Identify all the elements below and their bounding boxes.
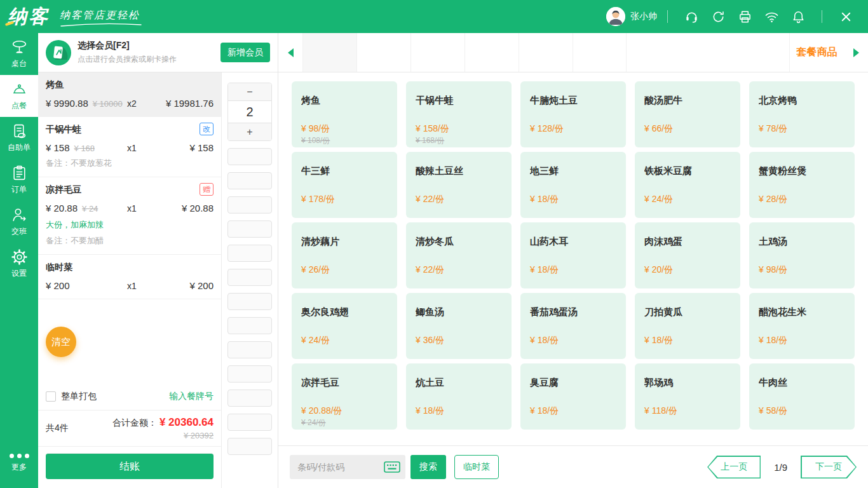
menu-item-card[interactable]: 酸辣土豆丝 ¥ 22/份 <box>406 152 512 218</box>
menu-item-name: 酸汤肥牛 <box>644 95 734 107</box>
avatar[interactable] <box>606 7 625 26</box>
menu-item-card[interactable]: 烤鱼 ¥ 98/份 ¥ 108/份 <box>292 81 397 147</box>
search-button[interactable]: 搜索 <box>410 455 446 479</box>
menu-item-price: ¥ 58/份 <box>759 405 787 417</box>
menu-item-price: ¥ 24/份 <box>301 335 330 346</box>
order-item[interactable]: 凉拌毛豆 赠 ¥ 20.88 ¥ 24 x1 ¥ 20.88 大份，加麻加辣 备… <box>38 177 221 255</box>
prev-page-button[interactable]: 上一页 <box>707 456 761 478</box>
tab-凉菜[interactable] <box>573 33 627 72</box>
tabs-scroll-right-button[interactable] <box>844 33 868 72</box>
keyboard-icon[interactable] <box>384 461 400 473</box>
menu-item-card[interactable]: 地三鲜 ¥ 18/份 <box>520 152 626 218</box>
action-button[interactable] <box>227 245 272 262</box>
next-page-button[interactable]: 下一页 <box>801 456 857 478</box>
menu-item-price: ¥ 18/份 <box>644 335 673 346</box>
action-button[interactable] <box>227 317 272 334</box>
sidebar-item-table[interactable]: 桌台 <box>0 33 38 75</box>
menu-item-card[interactable]: 鲫鱼汤 ¥ 36/份 <box>406 293 512 359</box>
add-member-button[interactable]: 新增会员 <box>220 43 270 62</box>
user-area: 张小帅 <box>606 4 859 29</box>
menu-item-card[interactable]: 干锅牛蛙 ¥ 158/份 ¥ 168/份 <box>406 81 512 147</box>
menu-item-card[interactable]: 番茄鸡蛋汤 ¥ 18/份 <box>520 293 626 359</box>
printer-icon[interactable] <box>731 4 758 29</box>
member-header: 选择会员[F2] 点击进行会员搜索或刷卡操作 新增会员 <box>38 33 278 72</box>
wifi-icon[interactable] <box>758 4 785 29</box>
member-subtitle: 点击进行会员搜索或刷卡操作 <box>78 54 177 65</box>
menu-item-name: 醋泡花生米 <box>759 306 848 318</box>
tab-汤类[interactable] <box>519 33 573 72</box>
tabs-scroll-left-button[interactable] <box>278 33 302 72</box>
action-button[interactable] <box>227 269 272 286</box>
menu-item-card[interactable]: 牛腩炖土豆 ¥ 128/份 <box>520 81 626 147</box>
order-item[interactable]: 烤鱼 ¥ 9990.88 ¥ 10000 x2 ¥ 19981.76 <box>38 72 221 117</box>
topbar-divider <box>822 10 822 23</box>
bell-icon[interactable] <box>785 4 811 29</box>
topbar-divider <box>667 10 668 23</box>
sidebar-item-shift[interactable]: 交班 <box>0 201 38 243</box>
pack-checkbox[interactable] <box>46 391 56 402</box>
menu-item-card[interactable]: 牛肉丝 ¥ 58/份 <box>749 363 855 430</box>
action-button[interactable] <box>227 196 272 214</box>
action-button[interactable] <box>227 414 272 431</box>
menu-item-card[interactable]: 肉沫鸡蛋 ¥ 20/份 <box>635 222 740 288</box>
action-button[interactable] <box>227 148 272 165</box>
sidebar-item-gear[interactable]: 设置 <box>0 243 38 285</box>
tab-combo-products[interactable]: 套餐商品 <box>789 33 844 72</box>
menu-item-name: 刀拍黄瓜 <box>644 306 734 318</box>
sidebar-item-more[interactable]: 更多 <box>0 445 38 482</box>
member-select[interactable]: 选择会员[F2] 点击进行会员搜索或刷卡操作 <box>78 40 177 65</box>
quantity-stepper: − 2 + <box>227 83 272 141</box>
barcode-input[interactable] <box>297 462 384 472</box>
menu-item-card[interactable]: 蟹黄粉丝煲 ¥ 28/份 <box>749 152 855 218</box>
checkout-button[interactable]: 结账 <box>46 453 214 479</box>
menu-item-card[interactable]: 铁板米豆腐 ¥ 24/份 <box>635 152 740 218</box>
menu-item-card[interactable]: 土鸡汤 ¥ 98/份 <box>749 222 855 288</box>
action-button[interactable] <box>227 390 272 407</box>
clear-order-button[interactable]: 清空 <box>46 327 76 357</box>
menu-item-card[interactable]: 清炒冬瓜 ¥ 22/份 <box>406 222 512 288</box>
sidebar-item-orderlist[interactable]: 订单 <box>0 159 38 201</box>
action-button[interactable] <box>227 365 272 383</box>
sync-icon[interactable] <box>705 4 731 29</box>
action-button[interactable] <box>227 293 272 310</box>
tab-全部[interactable] <box>302 33 356 72</box>
menu-item-card[interactable]: 郭场鸡 ¥ 118/份 <box>635 363 740 430</box>
sidebar-item-cloche[interactable]: 点餐 <box>0 75 38 117</box>
chevron-left-icon <box>288 48 294 57</box>
close-icon[interactable] <box>832 4 859 29</box>
action-button[interactable] <box>227 438 272 455</box>
menu-item-card[interactable]: 酸汤肥牛 ¥ 66/份 <box>635 81 740 147</box>
table-number-link[interactable]: 输入餐牌号 <box>169 391 214 402</box>
order-item[interactable]: 干锅牛蛙 改 ¥ 158 ¥ 168 x1 ¥ 158 备注：不要放葱花 <box>38 117 221 177</box>
total-value: ¥ 20360.64 <box>159 416 214 428</box>
menu-item-card[interactable]: 奥尔良鸡翅 ¥ 24/份 <box>292 293 397 359</box>
tab-火锅[interactable] <box>356 33 410 72</box>
menu-item-name: 蟹黄粉丝煲 <box>759 165 848 177</box>
action-button[interactable] <box>227 341 272 358</box>
tab-素菜[interactable] <box>465 33 519 72</box>
menu-item-card[interactable]: 牛三鲜 ¥ 178/份 <box>292 152 397 218</box>
menu-item-card[interactable]: 凉拌毛豆 ¥ 20.88/份 ¥ 24/份 <box>292 363 397 430</box>
action-button[interactable] <box>227 220 272 238</box>
minus-button[interactable]: − <box>228 83 271 100</box>
total-label: 合计金额： <box>112 417 157 428</box>
plus-button[interactable]: + <box>228 123 271 140</box>
menu-item-card[interactable]: 炕土豆 ¥ 18/份 <box>406 363 512 430</box>
menu-item-card[interactable]: 北京烤鸭 ¥ 78/份 <box>749 81 855 147</box>
temp-dish-button[interactable]: 临时菜 <box>454 455 499 479</box>
support-headset-icon[interactable] <box>678 4 705 29</box>
menu-item-card[interactable]: 清炒藕片 ¥ 26/份 <box>292 222 397 288</box>
menu-item-price: ¥ 28/份 <box>759 194 787 205</box>
menu-item-card[interactable]: 醋泡花生米 ¥ 18/份 <box>749 293 855 359</box>
menu-item-card[interactable]: 刀拍黄瓜 ¥ 18/份 <box>635 293 740 359</box>
order-item[interactable]: 临时菜 ¥ 200 x1 ¥ 200 <box>38 255 221 299</box>
member-card-icon[interactable] <box>46 40 71 65</box>
menu-item-card[interactable]: 臭豆腐 ¥ 18/份 <box>520 363 626 430</box>
tab-荤菜[interactable] <box>410 33 465 72</box>
barcode-search-box <box>290 455 405 479</box>
menu-item-card[interactable]: 山药木耳 ¥ 18/份 <box>520 222 626 288</box>
sidebar-item-selforder[interactable]: 自助单 <box>0 117 38 159</box>
clear-area: 清空 <box>38 299 221 384</box>
total-original: ¥ 20392 <box>112 431 214 440</box>
action-button[interactable] <box>227 172 272 189</box>
